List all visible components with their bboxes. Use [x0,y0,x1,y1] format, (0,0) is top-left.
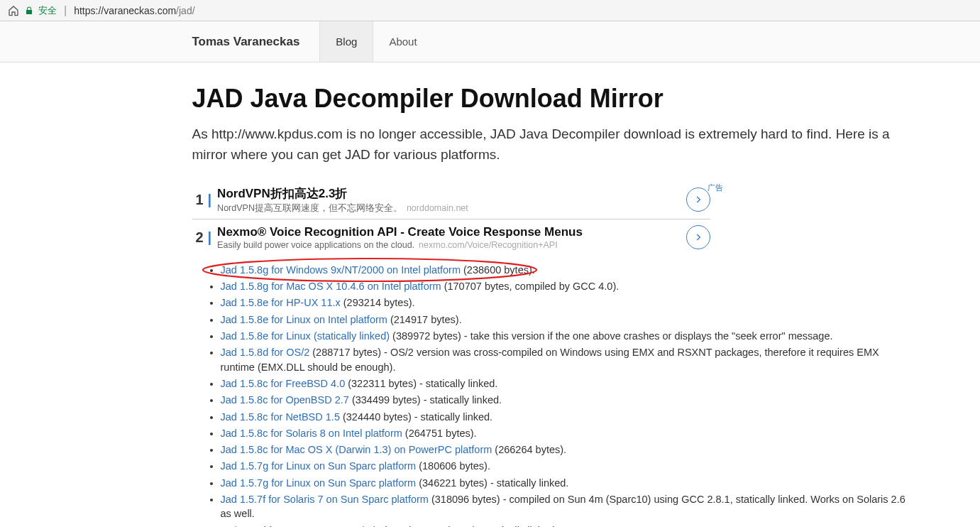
ad-block: 广告 1 | NordVPN折扣高达2.3折 NordVPN提高互联网速度，但不… [192,183,717,253]
list-item: Jad 1.5.8e for Linux (statically linked)… [221,329,909,343]
download-meta: (264751 bytes). [402,428,477,439]
download-link[interactable]: Jad 1.5.7f for Solaris 7 on Sun Sparc pl… [221,494,429,505]
download-list: Jad 1.5.8g for Windows 9x/NT/2000 on Int… [192,263,909,527]
download-link[interactable]: Jad 1.5.8d for OS/2 [221,347,310,358]
url[interactable]: https://varaneckas.com/jad/ [74,4,194,17]
main-content: JAD Java Decompiler Download Mirror As h… [65,63,916,527]
ad-subtitle: NordVPN提高互联网速度，但不忘网络安全。norddomain.net [217,202,686,214]
download-link[interactable]: Jad 1.5.8c for OpenBSD 2.7 [221,394,349,406]
download-meta: (238600 bytes). [461,264,535,276]
download-meta: (214917 bytes). [387,314,462,325]
ad-label: 广告 [708,183,723,193]
home-icon[interactable] [7,4,20,17]
list-item: Jad 1.5.8c for Mac OS X (Darwin 1.3) on … [221,442,909,457]
ad-number: 1 [192,192,208,208]
download-link[interactable]: Jad 1.5.8e for Linux on Intel platform [221,314,387,325]
download-meta: (334499 bytes) - statically linked. [349,394,502,406]
download-link[interactable]: Jad 1.5.8e for HP-UX 11.x [221,297,341,308]
ad-title: NordVPN折扣高达2.3折 [217,185,686,202]
url-host: https://varaneckas.com [74,5,176,16]
list-item: Jad 1.5.8d for OS/2 (288717 bytes) - OS/… [221,345,909,374]
ad-item-1[interactable]: 1 | NordVPN折扣高达2.3折 NordVPN提高互联网速度，但不忘网络… [192,183,717,217]
download-link[interactable]: Jad 1.5.8c for NetBSD 1.5 [221,411,340,423]
ad-pipe: | [208,192,212,208]
download-link[interactable]: Jad 1.5.7f for BeOS 5.0 on Intel platfor… [221,525,405,527]
page-title: JAD Java Decompiler Download Mirror [192,84,909,114]
download-meta: (180606 bytes). [416,460,490,472]
browser-address-bar: 安全 | https://varaneckas.com/jad/ [0,0,980,21]
nav-tab-blog[interactable]: Blog [319,21,373,62]
download-meta: (288717 bytes) - OS/2 version was cross-… [221,347,879,372]
download-link[interactable]: Jad 1.5.8c for Solaris 8 on Intel platfo… [221,428,402,439]
download-link[interactable]: Jad 1.5.8c for Mac OS X (Darwin 1.3) on … [221,444,492,455]
list-item: Jad 1.5.7f for Solaris 7 on Sun Sparc pl… [221,492,909,521]
download-meta: (266264 bytes). [492,444,566,455]
list-item: Jad 1.5.7g for Linux on Sun Sparc platfo… [221,459,909,473]
ad-pipe: | [208,229,212,246]
download-link[interactable]: Jad 1.5.8e for Linux (statically linked) [221,330,390,342]
list-item: Jad 1.5.8e for HP-UX 11.x (293214 bytes)… [221,295,909,310]
download-link[interactable]: Jad 1.5.7g for Linux on Sun Sparc platfo… [221,460,417,472]
site-title[interactable]: Tomas Varaneckas [65,21,320,62]
download-meta: (245422 bytes) - statically linked. [404,525,557,527]
download-meta: (293214 bytes). [341,297,415,308]
divider [192,219,710,219]
url-path: /jad/ [176,5,194,16]
separator: | [64,4,67,17]
download-link[interactable]: Jad 1.5.8g for Windows 9x/NT/2000 on Int… [221,264,461,276]
list-item: Jad 1.5.8c for FreeBSD 4.0 (322311 bytes… [221,376,909,391]
list-item: Jad 1.5.7g for Linux on Sun Sparc platfo… [221,476,909,490]
list-item: Jad 1.5.8c for NetBSD 1.5 (324440 bytes)… [221,410,909,424]
ad-subtitle: Easily build power voice applications on… [217,240,686,250]
nav-tab-about[interactable]: About [373,21,432,62]
top-nav: Tomas Varaneckas Blog About [0,21,980,63]
list-item: Jad 1.5.8c for OpenBSD 2.7 (334499 bytes… [221,393,909,407]
download-link[interactable]: Jad 1.5.8c for FreeBSD 4.0 [221,378,346,389]
ad-number: 2 [192,229,208,246]
download-link[interactable]: Jad 1.5.7g for Linux on Sun Sparc platfo… [221,477,417,489]
lock-icon [24,6,34,16]
chevron-right-icon[interactable] [686,225,710,249]
download-meta: (324440 bytes) - statically linked. [340,411,492,423]
secure-label: 安全 [38,4,57,17]
ad-title: Nexmo® Voice Recognition API - Create Vo… [217,225,686,239]
download-meta: (389972 bytes) - take this version if th… [390,330,832,342]
download-meta: (322311 bytes) - statically linked. [345,378,497,389]
list-item: Jad 1.5.7f for BeOS 5.0 on Intel platfor… [221,523,909,527]
list-item: Jad 1.5.8c for Solaris 8 on Intel platfo… [221,426,909,440]
intro-text: As http://www.kpdus.com is no longer acc… [192,124,902,165]
chevron-right-icon[interactable] [686,188,710,212]
download-meta: (170707 bytes, compiled by GCC 4.0). [441,281,620,292]
list-item: Jad 1.5.8e for Linux on Intel platform (… [221,313,909,327]
download-meta: (346221 bytes) - statically linked. [416,477,568,489]
download-link[interactable]: Jad 1.5.8g for Mac OS X 10.4.6 on Intel … [221,281,441,292]
list-item: Jad 1.5.8g for Mac OS X 10.4.6 on Intel … [221,279,909,293]
list-item: Jad 1.5.8g for Windows 9x/NT/2000 on Int… [221,263,909,277]
ad-item-2[interactable]: 2 | Nexmo® Voice Recognition API - Creat… [192,222,717,253]
